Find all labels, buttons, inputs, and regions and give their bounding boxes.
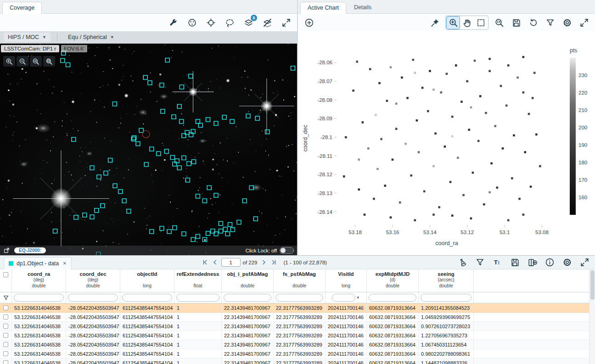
chart-panel: Active Chart Details 1X -28.06-28.07-28.… <box>298 0 595 255</box>
pan-icon[interactable] <box>460 17 473 29</box>
next-page-button[interactable] <box>260 258 268 266</box>
filter-input-fs_psfAbMag[interactable] <box>275 294 323 302</box>
save-icon[interactable] <box>509 256 522 269</box>
filter-input-refExtendedness[interactable] <box>176 294 219 302</box>
expand-icon[interactable] <box>578 256 591 269</box>
svg-text:-28.06: -28.06 <box>317 60 332 65</box>
row-checkbox[interactable] <box>3 333 8 338</box>
select-all-checkbox[interactable] <box>3 272 8 277</box>
tools-icon[interactable] <box>167 17 180 29</box>
settings-icon[interactable] <box>561 17 573 29</box>
row-checkbox[interactable] <box>3 351 8 356</box>
center-icon[interactable] <box>204 17 217 29</box>
table-cell-fs_psfAbMag: 22.31777563993289 <box>274 322 326 330</box>
filter-input-coord_ra[interactable] <box>14 294 64 302</box>
zoom-out-icon[interactable] <box>17 56 28 67</box>
select-rect-icon[interactable] <box>474 17 487 29</box>
scatter-plot[interactable]: -28.06-28.07-28.08-28.09-28.1-28.11-28.1… <box>298 31 594 255</box>
column-header-coord_ra[interactable]: coord_ra(deg)double <box>12 269 66 292</box>
palette-icon[interactable] <box>185 17 198 29</box>
click-lock-toggle[interactable] <box>280 247 294 254</box>
row-checkbox[interactable] <box>3 342 8 347</box>
pin-icon[interactable] <box>428 17 441 29</box>
table-row[interactable]: 53.12266314046538-28.0542204355039476112… <box>0 358 595 364</box>
eq-j2000-badge[interactable]: EQ-J2000: <box>14 247 46 253</box>
column-header-seeing[interactable]: seeing(arcsec)double <box>419 269 474 292</box>
column-header-fs_psfAbMag[interactable]: fs_psfAbMagdouble <box>274 269 326 292</box>
zoom-in-icon[interactable] <box>3 56 15 67</box>
external-link-icon[interactable] <box>3 247 10 254</box>
expand-icon[interactable] <box>578 17 590 29</box>
filter-icon[interactable] <box>474 256 487 269</box>
overlay-off-icon[interactable] <box>261 17 274 29</box>
settings-icon[interactable] <box>561 256 574 269</box>
layers-icon[interactable]: 5 <box>242 17 255 29</box>
row-checkbox[interactable] <box>3 360 8 364</box>
scrollbar-thumb[interactable] <box>590 270 595 300</box>
row-filler <box>474 358 595 364</box>
filter-funnel-icon[interactable] <box>3 295 9 301</box>
table-row[interactable]: 53.12266314046538-28.0542204355039476112… <box>0 313 595 322</box>
flask-icon[interactable] <box>456 256 469 269</box>
filter-input-VisitId[interactable] <box>332 294 355 302</box>
column-header-refExtendedness[interactable]: refExtendednessfloat <box>174 269 222 292</box>
coverage-tab[interactable]: Coverage <box>2 2 42 14</box>
hips-moc-dropdown[interactable]: HiPS / MOC ▼ <box>4 33 51 42</box>
table-cell-coord_dec: -28.054220435503947 <box>66 313 120 321</box>
info-icon[interactable] <box>544 256 556 269</box>
table-cell-seeing: 0.9072610273728023 <box>419 322 474 330</box>
table-row[interactable]: 53.12266314046538-28.0542204355039476112… <box>0 322 595 331</box>
restore-icon[interactable] <box>527 17 539 29</box>
svg-text:53.12: 53.12 <box>460 230 474 235</box>
column-header-obj_i_psfAbMag[interactable]: obj_i_psfAbMagdouble <box>222 269 274 292</box>
chart-mode-group <box>445 16 488 30</box>
active-chart-tab[interactable]: Active Chart <box>300 2 346 14</box>
table-cell-objectId: 611254385447554104 <box>120 340 174 349</box>
filter-input-expMidptMJD[interactable] <box>369 294 416 302</box>
filter-icon[interactable] <box>544 17 556 29</box>
table-tab[interactable]: dp1.Object - data × <box>4 257 72 269</box>
table-body: 53.12266314046538-28.0542204355039476112… <box>0 303 595 364</box>
svg-text:-28.1: -28.1 <box>320 134 332 140</box>
save-icon[interactable] <box>510 17 522 29</box>
zoom-fit-icon[interactable] <box>43 56 55 67</box>
zoom-orig-icon[interactable]: 1X <box>493 17 505 29</box>
table-title: dp1.Object - data <box>17 260 59 267</box>
add-column-icon[interactable] <box>526 256 539 269</box>
close-icon[interactable]: × <box>63 260 67 267</box>
table-row[interactable]: 53.12266314046538-28.0542204355039476112… <box>0 303 595 313</box>
details-tab[interactable]: Details <box>347 2 378 13</box>
filter-input-objectId[interactable] <box>122 294 172 302</box>
table-row[interactable]: 53.12266314046538-28.0542204355039476112… <box>0 349 595 358</box>
sky-view[interactable]: LSSTComCam: DP1 r FOV:6.6' 1X EQ-J2000: … <box>0 44 297 255</box>
row-checkbox[interactable] <box>3 305 8 310</box>
chevron-down-icon[interactable]: ▼ <box>356 296 360 300</box>
first-page-button[interactable] <box>201 258 209 266</box>
zoom-orig-icon[interactable]: 1X <box>30 56 42 67</box>
lasso-icon[interactable] <box>223 17 236 29</box>
table-row[interactable]: 53.12266314046538-28.0542204355039476112… <box>0 340 595 349</box>
prev-page-button[interactable] <box>211 258 219 266</box>
page-input[interactable] <box>221 258 241 267</box>
column-header-expMidptMJD[interactable]: expMidptMJD(d)double <box>367 269 419 292</box>
vertical-scrollbar[interactable] <box>589 269 595 364</box>
expand-icon[interactable] <box>280 17 292 29</box>
last-page-button[interactable] <box>270 258 278 266</box>
row-checkbox[interactable] <box>3 314 8 319</box>
row-checkbox-cell <box>0 340 12 349</box>
filter-input-coord_dec[interactable] <box>68 294 118 302</box>
table-cell-expMidptMJD: 60632.08719313664 <box>367 303 419 312</box>
filter-input-seeing[interactable] <box>421 294 472 302</box>
zoom-in-icon[interactable] <box>447 17 460 29</box>
column-header-VisitId[interactable]: VisitIdlong <box>326 269 367 292</box>
column-header-objectId[interactable]: objectIdlong <box>120 269 174 292</box>
text-case-icon[interactable]: Tt <box>491 256 504 269</box>
add-circle-icon[interactable] <box>303 17 315 29</box>
chart-toolbar: 1X <box>298 14 595 31</box>
filter-input-obj_i_psfAbMag[interactable] <box>224 294 271 302</box>
table-row[interactable]: 53.12266314046538-28.0542204355039476112… <box>0 331 595 340</box>
row-checkbox[interactable] <box>3 324 8 329</box>
filter-cell-coord_dec <box>66 292 120 303</box>
projection-dropdown[interactable]: Equ / Spherical ▼ <box>64 33 118 42</box>
column-header-coord_dec[interactable]: coord_dec(deg)double <box>66 269 120 292</box>
